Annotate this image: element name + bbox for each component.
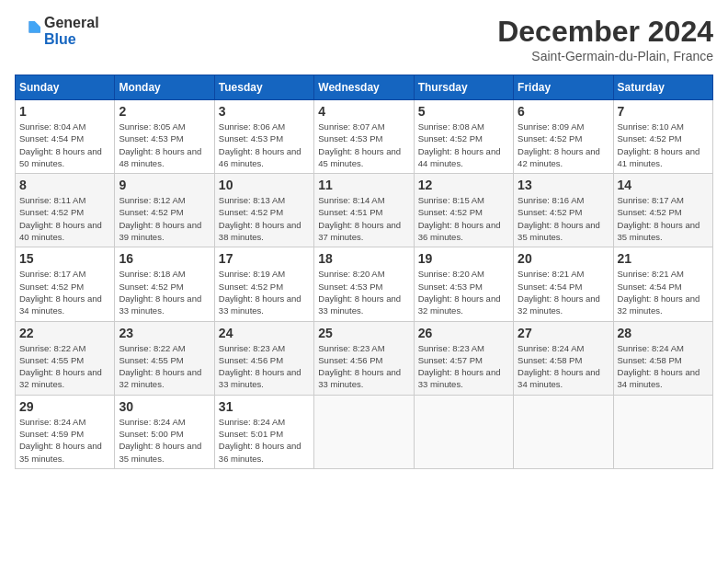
day-info: Sunrise: 8:24 AMSunset: 5:01 PMDaylight:…: [219, 416, 310, 465]
day-info: Sunrise: 8:23 AMSunset: 4:56 PMDaylight:…: [318, 342, 409, 391]
day-number: 8: [19, 178, 110, 192]
day-info: Sunrise: 8:24 AMSunset: 4:59 PMDaylight:…: [19, 416, 110, 465]
calendar-header-row: SundayMondayTuesdayWednesdayThursdayFrid…: [16, 75, 713, 100]
calendar-week-row: 1Sunrise: 8:04 AMSunset: 4:54 PMDaylight…: [16, 100, 713, 174]
calendar-week-row: 29Sunrise: 8:24 AMSunset: 4:59 PMDayligh…: [16, 395, 713, 468]
day-info: Sunrise: 8:22 AMSunset: 4:55 PMDaylight:…: [119, 342, 210, 391]
day-number: 12: [418, 178, 509, 192]
calendar-cell: 27Sunrise: 8:24 AMSunset: 4:58 PMDayligh…: [514, 321, 613, 395]
day-number: 15: [19, 251, 110, 266]
calendar-cell: 1Sunrise: 8:04 AMSunset: 4:54 PMDaylight…: [16, 100, 115, 174]
calendar-day-header: Sunday: [16, 75, 115, 100]
calendar-week-row: 22Sunrise: 8:22 AMSunset: 4:55 PMDayligh…: [16, 321, 713, 395]
calendar-cell: 17Sunrise: 8:19 AMSunset: 4:52 PMDayligh…: [214, 247, 313, 321]
calendar-cell: 29Sunrise: 8:24 AMSunset: 4:59 PMDayligh…: [16, 395, 115, 468]
day-number: 24: [219, 326, 310, 340]
day-number: 9: [119, 178, 210, 192]
day-number: 13: [518, 178, 609, 192]
calendar-cell: 13Sunrise: 8:16 AMSunset: 4:52 PMDayligh…: [514, 174, 613, 247]
day-number: 27: [518, 326, 609, 340]
day-number: 28: [618, 326, 709, 340]
calendar-cell: 20Sunrise: 8:21 AMSunset: 4:54 PMDayligh…: [514, 247, 613, 321]
day-number: 23: [119, 326, 210, 340]
calendar-cell: 24Sunrise: 8:23 AMSunset: 4:56 PMDayligh…: [214, 321, 313, 395]
day-number: 17: [219, 251, 310, 266]
calendar-cell: 22Sunrise: 8:22 AMSunset: 4:55 PMDayligh…: [16, 321, 115, 395]
calendar-cell: 19Sunrise: 8:20 AMSunset: 4:53 PMDayligh…: [414, 247, 513, 321]
calendar-cell: 21Sunrise: 8:21 AMSunset: 4:54 PMDayligh…: [613, 247, 712, 321]
calendar-cell: 10Sunrise: 8:13 AMSunset: 4:52 PMDayligh…: [214, 174, 313, 247]
day-number: 18: [318, 251, 409, 266]
calendar-week-row: 15Sunrise: 8:17 AMSunset: 4:52 PMDayligh…: [16, 247, 713, 321]
day-info: Sunrise: 8:14 AMSunset: 4:51 PMDaylight:…: [318, 194, 409, 243]
calendar-cell: 4Sunrise: 8:07 AMSunset: 4:53 PMDaylight…: [314, 100, 414, 174]
day-number: 25: [318, 326, 409, 340]
calendar-week-row: 8Sunrise: 8:11 AMSunset: 4:52 PMDaylight…: [16, 174, 713, 247]
calendar-day-header: Tuesday: [214, 75, 313, 100]
logo: General Blue: [15, 15, 99, 47]
calendar-cell: 7Sunrise: 8:10 AMSunset: 4:52 PMDaylight…: [613, 100, 712, 174]
day-info: Sunrise: 8:21 AMSunset: 4:54 PMDaylight:…: [518, 268, 609, 316]
title-block: December 2024 Saint-Germain-du-Plain, Fr…: [497, 15, 713, 63]
day-number: 6: [518, 104, 609, 119]
day-number: 5: [418, 104, 509, 119]
calendar-cell: 12Sunrise: 8:15 AMSunset: 4:52 PMDayligh…: [414, 174, 513, 247]
calendar-cell: 5Sunrise: 8:08 AMSunset: 4:52 PMDaylight…: [414, 100, 513, 174]
calendar-table: SundayMondayTuesdayWednesdayThursdayFrid…: [15, 75, 713, 469]
day-number: 22: [19, 326, 110, 340]
calendar-day-header: Monday: [115, 75, 214, 100]
day-info: Sunrise: 8:23 AMSunset: 4:57 PMDaylight:…: [418, 342, 509, 391]
day-info: Sunrise: 8:11 AMSunset: 4:52 PMDaylight:…: [19, 194, 110, 243]
month-title: December 2024: [497, 15, 713, 49]
calendar-day-header: Wednesday: [314, 75, 414, 100]
calendar-cell: 28Sunrise: 8:24 AMSunset: 4:58 PMDayligh…: [613, 321, 712, 395]
day-number: 30: [119, 399, 210, 414]
day-number: 26: [418, 326, 509, 340]
calendar-cell: [613, 395, 712, 468]
calendar-body: 1Sunrise: 8:04 AMSunset: 4:54 PMDaylight…: [16, 100, 713, 469]
calendar-cell: 6Sunrise: 8:09 AMSunset: 4:52 PMDaylight…: [514, 100, 613, 174]
day-info: Sunrise: 8:17 AMSunset: 4:52 PMDaylight:…: [618, 194, 709, 243]
day-number: 2: [119, 104, 210, 119]
calendar-day-header: Saturday: [613, 75, 712, 100]
day-info: Sunrise: 8:24 AMSunset: 4:58 PMDaylight:…: [518, 342, 609, 391]
day-info: Sunrise: 8:15 AMSunset: 4:52 PMDaylight:…: [418, 194, 509, 243]
day-info: Sunrise: 8:24 AMSunset: 4:58 PMDaylight:…: [618, 342, 709, 391]
day-info: Sunrise: 8:22 AMSunset: 4:55 PMDaylight:…: [19, 342, 110, 391]
calendar-cell: 11Sunrise: 8:14 AMSunset: 4:51 PMDayligh…: [314, 174, 414, 247]
calendar-day-header: Thursday: [414, 75, 513, 100]
calendar-cell: 30Sunrise: 8:24 AMSunset: 5:00 PMDayligh…: [115, 395, 214, 468]
calendar-cell: 8Sunrise: 8:11 AMSunset: 4:52 PMDaylight…: [16, 174, 115, 247]
day-info: Sunrise: 8:24 AMSunset: 5:00 PMDaylight:…: [119, 416, 210, 465]
day-number: 7: [618, 104, 709, 119]
day-info: Sunrise: 8:05 AMSunset: 4:53 PMDaylight:…: [119, 121, 210, 169]
calendar-cell: 2Sunrise: 8:05 AMSunset: 4:53 PMDaylight…: [115, 100, 214, 174]
day-info: Sunrise: 8:18 AMSunset: 4:52 PMDaylight:…: [119, 268, 210, 316]
day-info: Sunrise: 8:16 AMSunset: 4:52 PMDaylight:…: [518, 194, 609, 243]
calendar-cell: 25Sunrise: 8:23 AMSunset: 4:56 PMDayligh…: [314, 321, 414, 395]
day-info: Sunrise: 8:23 AMSunset: 4:56 PMDaylight:…: [219, 342, 310, 391]
logo-text: General Blue: [44, 15, 99, 47]
day-info: Sunrise: 8:08 AMSunset: 4:52 PMDaylight:…: [418, 121, 509, 169]
day-number: 19: [418, 251, 509, 266]
day-number: 14: [618, 178, 709, 192]
day-number: 10: [219, 178, 310, 192]
day-info: Sunrise: 8:07 AMSunset: 4:53 PMDaylight:…: [318, 121, 409, 169]
calendar-cell: 9Sunrise: 8:12 AMSunset: 4:52 PMDaylight…: [115, 174, 214, 247]
day-info: Sunrise: 8:17 AMSunset: 4:52 PMDaylight:…: [19, 268, 110, 316]
day-info: Sunrise: 8:06 AMSunset: 4:53 PMDaylight:…: [219, 121, 310, 169]
day-info: Sunrise: 8:13 AMSunset: 4:52 PMDaylight:…: [219, 194, 310, 243]
day-info: Sunrise: 8:04 AMSunset: 4:54 PMDaylight:…: [19, 121, 110, 169]
day-number: 1: [19, 104, 110, 119]
day-number: 3: [219, 104, 310, 119]
day-info: Sunrise: 8:20 AMSunset: 4:53 PMDaylight:…: [418, 268, 509, 316]
day-info: Sunrise: 8:10 AMSunset: 4:52 PMDaylight:…: [618, 121, 709, 169]
calendar-cell: 3Sunrise: 8:06 AMSunset: 4:53 PMDaylight…: [214, 100, 313, 174]
day-number: 16: [119, 251, 210, 266]
calendar-cell: 14Sunrise: 8:17 AMSunset: 4:52 PMDayligh…: [613, 174, 712, 247]
logo-icon: [15, 18, 40, 44]
calendar-day-header: Friday: [514, 75, 613, 100]
calendar-cell: 18Sunrise: 8:20 AMSunset: 4:53 PMDayligh…: [314, 247, 414, 321]
calendar-cell: [314, 395, 414, 468]
calendar-cell: [514, 395, 613, 468]
